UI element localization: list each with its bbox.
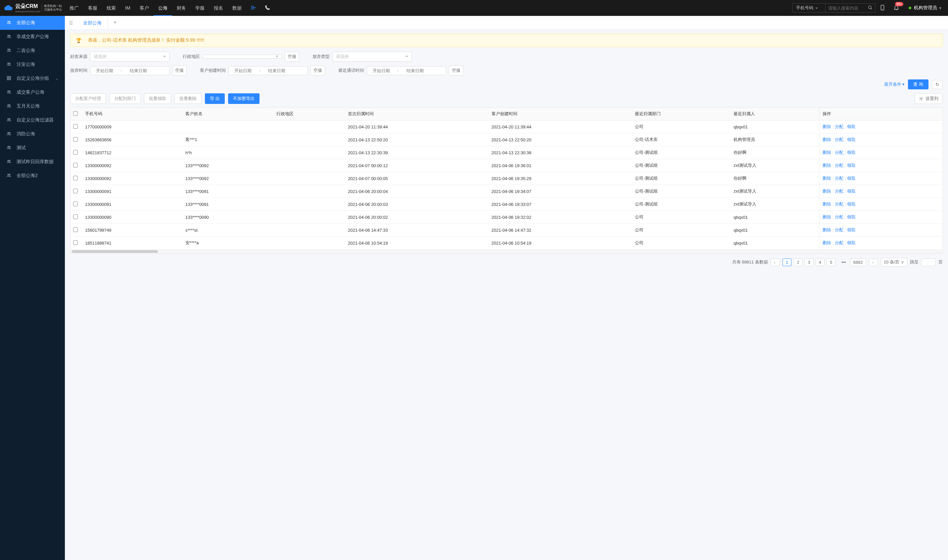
delete-link[interactable]: 删除 (823, 163, 831, 168)
user-menu[interactable]: 机构管理员 ▾ (909, 5, 941, 11)
page-4[interactable]: 4 (816, 258, 825, 266)
delete-link[interactable]: 删除 (823, 189, 831, 194)
recent-call-start-input[interactable] (370, 68, 393, 73)
collapse-sidebar-icon[interactable]: ☰ (65, 20, 77, 26)
delete-link[interactable]: 删除 (823, 137, 831, 142)
abandon-start-input[interactable] (93, 68, 116, 73)
claim-link[interactable]: 领取 (847, 214, 856, 219)
export-button[interactable]: 导 出 (205, 93, 225, 104)
row-checkbox[interactable] (73, 214, 78, 219)
search-type-select[interactable]: 手机号码 (793, 4, 825, 12)
abandon-type-select[interactable]: 请选择 (332, 52, 412, 62)
create-end-input[interactable] (265, 68, 288, 73)
page-1[interactable]: 1 (782, 258, 791, 266)
nav-item-5[interactable]: 公海 (154, 0, 172, 16)
row-checkbox[interactable] (73, 176, 78, 180)
friend-source-select[interactable]: 请选择 (90, 52, 169, 62)
row-checkbox[interactable] (73, 124, 78, 129)
page-size-select[interactable]: 10 条/页 ∨ (881, 258, 907, 266)
delete-link[interactable]: 删除 (823, 240, 831, 245)
row-checkbox[interactable] (73, 189, 78, 193)
refresh-button[interactable]: ↻ (932, 80, 943, 89)
assign-link[interactable]: 分配 (835, 137, 843, 142)
nav-item-6[interactable]: 财务 (172, 0, 191, 16)
claim-link[interactable]: 领取 (847, 124, 856, 129)
batch-claim-button[interactable]: 批量领取 (144, 93, 171, 104)
sidebar-item-3[interactable]: 注安公海 (0, 58, 65, 71)
row-checkbox[interactable] (73, 150, 78, 155)
tab-all-public[interactable]: 全部公海 (77, 16, 108, 30)
assign-link[interactable]: 分配 (835, 240, 843, 245)
sidebar-item-9[interactable]: 测试 (0, 141, 65, 155)
scrollbar-thumb[interactable] (72, 250, 158, 253)
claim-link[interactable]: 领取 (847, 240, 856, 245)
delete-link[interactable]: 删除 (823, 214, 831, 219)
delete-link[interactable]: 删除 (823, 176, 831, 181)
row-checkbox[interactable] (73, 202, 78, 206)
abandon-end-input[interactable] (127, 68, 150, 73)
delete-link[interactable]: 删除 (823, 150, 831, 155)
nav-item-2[interactable]: 线索 (102, 0, 120, 16)
claim-link[interactable]: 领取 (847, 150, 856, 155)
tab-add-button[interactable]: + (108, 19, 122, 26)
sidebar-item-0[interactable]: 全部公海 (0, 16, 65, 30)
search-button[interactable] (865, 4, 875, 12)
sidebar-item-2[interactable]: 二咨公海 (0, 44, 65, 58)
assign-link[interactable]: 分配 (835, 214, 843, 219)
sidebar-item-1[interactable]: 非成交客户公海 (0, 30, 65, 44)
claim-link[interactable]: 领取 (847, 176, 856, 181)
claim-link[interactable]: 领取 (847, 202, 856, 206)
sidebar-item-6[interactable]: 五月天公海 (0, 99, 65, 113)
recent-call-range[interactable]: ~ (367, 66, 446, 75)
region-select[interactable] (203, 55, 282, 58)
claim-link[interactable]: 领取 (847, 189, 856, 194)
claim-link[interactable]: 领取 (847, 137, 856, 142)
next-page-button[interactable]: › (869, 258, 878, 266)
search-input[interactable] (825, 4, 865, 12)
nav-item-1[interactable]: 客服 (83, 0, 102, 16)
jump-page-input[interactable] (921, 258, 936, 266)
batch-delete-button[interactable]: 批量删除 (174, 93, 202, 104)
nav-item-0[interactable]: 推广 (65, 0, 83, 16)
sidebar-item-10[interactable]: 测试昨日回库数据 (0, 155, 65, 169)
sidebar-item-11[interactable]: 全部公海2 (0, 169, 65, 183)
nav-item-8[interactable]: 报名 (209, 0, 228, 16)
abandon-time-empty-button[interactable]: 空值 (172, 66, 187, 75)
phone-icon[interactable] (260, 5, 274, 11)
mobile-icon[interactable] (879, 5, 885, 12)
assign-link[interactable]: 分配 (835, 176, 843, 181)
create-start-input[interactable] (231, 68, 254, 73)
select-all-checkbox[interactable] (73, 111, 78, 116)
assign-link[interactable]: 分配 (835, 189, 843, 194)
create-time-empty-button[interactable]: 空值 (311, 66, 325, 75)
sidebar-item-5[interactable]: 成交客户公海 (0, 85, 65, 99)
expand-conditions-link[interactable]: 展开条件 ▾ (884, 82, 905, 88)
claim-link[interactable]: 领取 (847, 228, 856, 232)
assign-manager-button[interactable]: 分配客户经理 (70, 93, 106, 104)
delete-link[interactable]: 删除 (823, 202, 831, 206)
claim-link[interactable]: 领取 (847, 163, 856, 168)
sidebar-item-4[interactable]: 自定义公海分组⌄ (0, 71, 65, 85)
create-time-range[interactable]: ~ (228, 66, 308, 75)
logo[interactable]: 云朵CRM www.yunduocrm.com 教育机构一站式服务云平台 (0, 3, 65, 13)
delete-link[interactable]: 删除 (823, 228, 831, 232)
assign-dept-button[interactable]: 分配到部门 (109, 93, 141, 104)
page-5[interactable]: 5 (826, 258, 836, 266)
abandon-time-range[interactable]: ~ (90, 66, 169, 75)
nav-item-4[interactable]: 客户 (135, 0, 154, 16)
assign-link[interactable]: 分配 (835, 150, 843, 155)
page-2[interactable]: 2 (793, 258, 802, 266)
row-checkbox[interactable] (73, 228, 78, 232)
assign-link[interactable]: 分配 (835, 202, 843, 206)
query-button[interactable]: 查 询 (908, 79, 928, 89)
row-checkbox[interactable] (73, 137, 78, 142)
notification-icon[interactable]: 99+ (893, 5, 899, 12)
page-3[interactable]: 3 (804, 258, 813, 266)
nav-item-9[interactable]: 数据 (228, 0, 246, 16)
delete-link[interactable]: 删除 (823, 124, 831, 129)
region-empty-button[interactable]: 空值 (285, 52, 299, 62)
row-checkbox[interactable] (73, 240, 78, 245)
row-checkbox[interactable] (73, 163, 78, 168)
nav-item-3[interactable]: IM (120, 0, 135, 16)
column-settings-button[interactable]: 设置列 (914, 93, 943, 104)
